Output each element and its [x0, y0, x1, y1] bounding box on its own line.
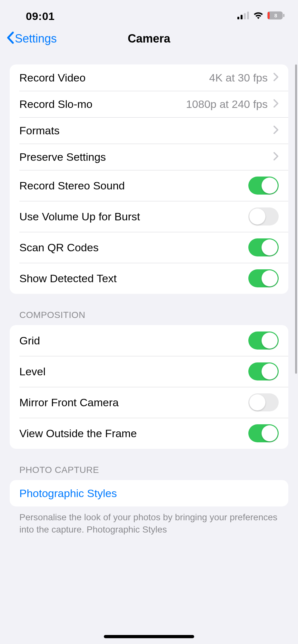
svg-rect-5 [268, 12, 270, 19]
row-label: View Outside the Frame [19, 427, 248, 440]
row-label: Record Video [19, 72, 209, 84]
chevron-right-icon [273, 72, 279, 84]
group-photo-capture: Photographic Styles [10, 480, 288, 506]
battery-icon: 8 [267, 11, 285, 21]
toggle-mirror-front[interactable] [248, 393, 279, 411]
page-title: Camera [128, 32, 170, 45]
row-label: Show Detected Text [19, 272, 248, 285]
row-label: Preserve Settings [19, 151, 273, 163]
row-value: 1080p at 240 fps [186, 98, 268, 111]
home-indicator[interactable] [104, 635, 194, 638]
row-value: 4K at 30 fps [209, 72, 268, 84]
scroll-indicator[interactable] [295, 64, 297, 374]
row-preserve-settings[interactable]: Preserve Settings [10, 144, 288, 170]
chevron-right-icon [273, 98, 279, 110]
section-footer-photo-capture: Personalise the look of your photos by b… [10, 506, 288, 536]
row-label: Record Slo-mo [19, 98, 186, 111]
row-record-slomo[interactable]: Record Slo-mo 1080p at 240 fps [10, 91, 288, 117]
row-view-outside: View Outside the Frame [10, 418, 288, 449]
toggle-detected-text[interactable] [248, 269, 279, 287]
row-detected-text: Show Detected Text [10, 263, 288, 294]
row-label: Grid [19, 334, 248, 347]
row-volume-burst: Use Volume Up for Burst [10, 201, 288, 232]
row-label: Photographic Styles [19, 487, 279, 500]
chevron-right-icon [273, 125, 279, 137]
row-record-stereo: Record Stereo Sound [10, 170, 288, 201]
toggle-grid[interactable] [248, 332, 279, 350]
group-main: Record Video 4K at 30 fps Record Slo-mo … [10, 64, 288, 294]
svg-rect-3 [247, 12, 249, 19]
row-formats[interactable]: Formats [10, 117, 288, 144]
toggle-scan-qr[interactable] [248, 238, 279, 256]
row-mirror-front: Mirror Front Camera [10, 387, 288, 418]
svg-rect-2 [244, 13, 246, 19]
svg-rect-1 [241, 15, 243, 19]
row-scan-qr: Scan QR Codes [10, 232, 288, 263]
cellular-icon [237, 12, 250, 21]
back-label: Settings [15, 32, 57, 45]
svg-rect-6 [283, 14, 284, 17]
toggle-record-stereo[interactable] [248, 177, 279, 195]
back-button[interactable]: Settings [6, 32, 57, 46]
row-label: Scan QR Codes [19, 241, 248, 254]
row-label: Use Volume Up for Burst [19, 210, 248, 223]
row-label: Level [19, 365, 248, 378]
row-label: Record Stereo Sound [19, 179, 248, 192]
section-header-photo-capture: PHOTO CAPTURE [10, 449, 288, 480]
row-label: Mirror Front Camera [19, 396, 248, 409]
status-bar: 09:01 8 [0, 0, 298, 29]
row-photographic-styles[interactable]: Photographic Styles [10, 480, 288, 506]
svg-rect-0 [237, 17, 239, 19]
status-right: 8 [237, 11, 285, 21]
row-level: Level [10, 356, 288, 387]
svg-text:8: 8 [274, 13, 277, 19]
chevron-left-icon [6, 32, 14, 46]
row-record-video[interactable]: Record Video 4K at 30 fps [10, 64, 288, 91]
toggle-volume-burst[interactable] [248, 207, 279, 226]
wifi-icon [253, 12, 264, 21]
nav-bar: Settings Camera [0, 29, 298, 55]
chevron-right-icon [273, 151, 279, 163]
row-label: Formats [19, 124, 273, 137]
section-header-composition: COMPOSITION [10, 294, 288, 325]
row-grid: Grid [10, 325, 288, 356]
toggle-level[interactable] [248, 362, 279, 380]
status-time: 09:01 [26, 10, 55, 23]
group-composition: Grid Level Mirror Front Camera View Outs… [10, 325, 288, 449]
toggle-view-outside[interactable] [248, 424, 279, 442]
